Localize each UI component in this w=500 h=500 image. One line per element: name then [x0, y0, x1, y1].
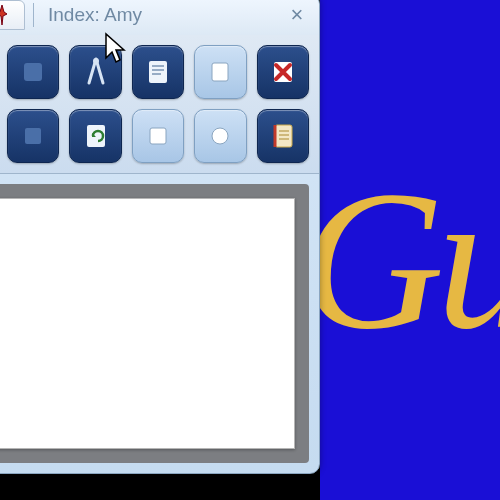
window-title: Index: Amy: [42, 4, 277, 26]
index-window: Index: Amy ×: [0, 0, 320, 474]
compass-icon: [79, 55, 113, 89]
tool-button-9[interactable]: [194, 109, 246, 163]
svg-rect-0: [24, 63, 42, 81]
notes-icon: [268, 121, 298, 151]
tool-8-icon: [145, 123, 171, 149]
background-panel: Gui: [320, 0, 500, 500]
tool-1-icon: [18, 57, 48, 87]
app-stage: Gui Index: Amy ×: [0, 0, 500, 500]
svg-point-11: [212, 128, 228, 144]
tool-9-icon: [207, 123, 233, 149]
svg-rect-10: [150, 128, 166, 144]
document-page[interactable]: [0, 198, 295, 449]
document-button[interactable]: [132, 45, 184, 99]
tool-button-1[interactable]: [7, 45, 59, 99]
delete-button[interactable]: [257, 45, 309, 99]
tool-button-8[interactable]: [132, 109, 184, 163]
delete-icon: [268, 57, 298, 87]
tool-6-icon: [18, 121, 48, 151]
toolbar-row-2: [7, 109, 309, 163]
document-icon: [143, 57, 173, 87]
compass-button[interactable]: [69, 45, 121, 99]
toolbar: [0, 35, 319, 174]
tool-button-6[interactable]: [7, 109, 59, 163]
svg-rect-6: [212, 63, 228, 81]
background-script-text: Gui: [320, 160, 500, 360]
page-icon: [206, 58, 234, 86]
close-button[interactable]: ×: [285, 2, 309, 28]
svg-rect-12: [275, 125, 292, 147]
refresh-doc-button[interactable]: [69, 109, 121, 163]
toolbar-row-1: [7, 45, 309, 99]
window-tab[interactable]: [0, 0, 25, 30]
content-area: [0, 184, 309, 463]
refresh-doc-icon: [81, 121, 111, 151]
titlebar: Index: Amy ×: [0, 0, 319, 35]
notes-button[interactable]: [257, 109, 309, 163]
pin-icon: [0, 4, 11, 26]
svg-rect-2: [149, 61, 167, 83]
page-button[interactable]: [194, 45, 246, 99]
svg-rect-8: [25, 128, 41, 144]
svg-point-1: [93, 58, 99, 64]
separator: [33, 3, 34, 27]
